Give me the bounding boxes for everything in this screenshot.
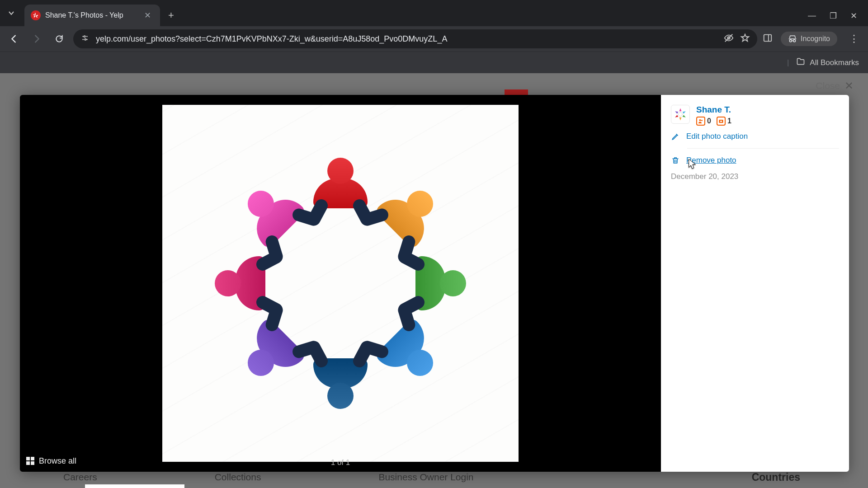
eye-off-icon[interactable] — [724, 33, 734, 45]
friends-icon — [696, 117, 705, 126]
grid-icon — [26, 457, 34, 465]
remove-photo-link[interactable]: Remove photo — [671, 154, 839, 167]
bookmarks-separator: | — [787, 58, 789, 67]
panel-divider — [687, 148, 839, 149]
close-label: Close — [816, 80, 840, 91]
svg-point-1 — [85, 39, 86, 40]
svg-rect-4 — [764, 35, 772, 42]
tab-title: Shane T.'s Photos - Yelp — [45, 11, 137, 19]
photos-count: 1 — [727, 117, 731, 125]
svg-point-7 — [699, 119, 701, 121]
photo-image — [162, 105, 519, 462]
footer-countries: Countries — [752, 471, 800, 483]
svg-point-6 — [679, 113, 683, 117]
back-button[interactable] — [5, 30, 23, 47]
browser-menu-icon[interactable]: ⋮ — [845, 33, 863, 45]
user-name-link[interactable]: Shane T. — [696, 105, 731, 115]
browse-all-button[interactable]: Browse all — [20, 450, 85, 472]
friends-count: 0 — [707, 117, 711, 125]
all-bookmarks-link[interactable]: All Bookmarks — [810, 58, 859, 67]
people-circle-graphic — [209, 152, 472, 414]
yelp-favicon — [31, 10, 41, 20]
close-lightbox[interactable]: Close ✕ — [816, 80, 854, 92]
photo-counter: 1 of 1 — [331, 458, 350, 467]
tab-search-dropdown[interactable] — [0, 0, 23, 26]
url-text: yelp.com/user_photos?select=Czh7M1PvKVPb… — [96, 34, 717, 44]
browser-tab[interactable]: Shane T.'s Photos - Yelp ✕ — [24, 5, 160, 26]
address-bar[interactable]: yelp.com/user_photos?select=Czh7M1PvKVPb… — [73, 29, 757, 48]
edit-caption-link[interactable]: Edit photo caption — [671, 130, 839, 143]
user-avatar[interactable] — [671, 105, 690, 124]
new-tab-button[interactable]: + — [160, 5, 182, 26]
folder-icon — [796, 57, 805, 68]
remove-photo-label: Remove photo — [686, 156, 736, 165]
photo-stage: Browse all 1 of 1 — [20, 95, 661, 472]
photo-lightbox: Browse all 1 of 1 S — [20, 95, 849, 472]
site-settings-icon[interactable] — [80, 33, 90, 44]
photos-icon — [717, 117, 726, 126]
forward-button[interactable] — [28, 30, 45, 47]
tab-close-icon[interactable]: ✕ — [142, 9, 154, 21]
photo-details-panel: Shane T. 0 1 — [661, 95, 849, 472]
svg-point-0 — [84, 36, 85, 37]
close-window-icon[interactable]: ✕ — [850, 11, 857, 21]
bookmark-star-icon[interactable] — [740, 33, 750, 45]
close-icon: ✕ — [844, 80, 854, 92]
maximize-icon[interactable]: ❐ — [830, 11, 837, 21]
svg-point-10 — [720, 121, 722, 122]
footer-biz-login[interactable]: Business Owner Login — [378, 472, 473, 483]
svg-point-8 — [701, 120, 703, 121]
incognito-label: Incognito — [801, 35, 830, 43]
edit-caption-label: Edit photo caption — [686, 132, 748, 141]
photos-stat: 1 — [717, 117, 731, 126]
photo-date: December 20, 2023 — [671, 172, 839, 181]
footer-collections[interactable]: Collections — [215, 472, 261, 483]
incognito-badge[interactable]: Incognito — [781, 32, 837, 46]
reload-button[interactable] — [51, 30, 68, 47]
side-panel-icon[interactable] — [763, 33, 773, 45]
trash-icon — [671, 156, 680, 165]
friends-stat: 0 — [696, 117, 711, 126]
footer-strip — [85, 484, 184, 488]
footer-careers[interactable]: Careers — [63, 472, 97, 483]
minimize-icon[interactable]: ― — [808, 11, 816, 21]
browse-all-label: Browse all — [39, 456, 76, 466]
pencil-icon — [671, 132, 680, 141]
